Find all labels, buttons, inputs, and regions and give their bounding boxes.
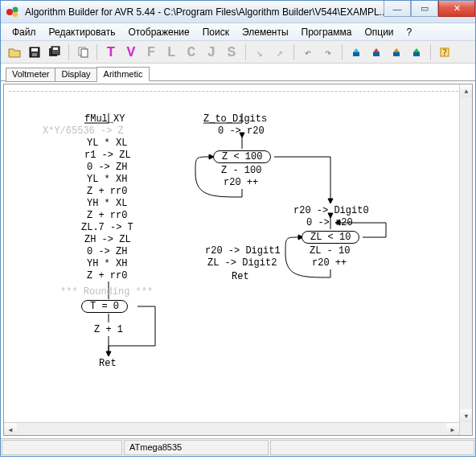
return-label: Ret xyxy=(232,271,249,283)
close-button[interactable]: ✕ xyxy=(438,1,475,17)
condition-z100: Z < 100 xyxy=(213,150,271,163)
menu-options[interactable]: Опции xyxy=(358,25,400,39)
vertical-scrollbar[interactable]: ▲ ▼ xyxy=(459,84,472,435)
toolbar: T V F L C J S ↘ ↗ ↶ ↷ ? xyxy=(1,41,475,64)
code-line: YH * XL xyxy=(87,198,127,210)
code-line: ZL - 10 xyxy=(310,245,350,257)
menu-bar: Файл Редактировать Отображение Поиск Эле… xyxy=(1,23,475,41)
letter-s[interactable]: S xyxy=(223,43,240,61)
svg-rect-8 xyxy=(53,47,58,50)
code-line: r20 ++ xyxy=(312,257,347,269)
app-window: Algorithm Builder for AVR 5.44 - C:\Prog… xyxy=(0,0,476,457)
comment-rounding: *** Rounding *** xyxy=(60,286,153,298)
menu-file[interactable]: Файл xyxy=(6,25,43,39)
algorithm-canvas[interactable]: fMul_XY X*Y/65536 -> Z YL * XL r1 -> ZL … xyxy=(3,84,473,436)
redo-icon[interactable]: ↷ xyxy=(319,43,337,61)
svg-rect-10 xyxy=(81,49,88,57)
tab-strip: Voltmeter Display Arithmetic xyxy=(1,64,475,80)
block-title-fmul: fMul_XY xyxy=(84,113,125,125)
letter-v[interactable]: V xyxy=(122,43,140,61)
menu-elements[interactable]: Элементы xyxy=(236,25,295,39)
window-controls: — ▭ ✕ xyxy=(384,1,475,17)
svg-rect-13 xyxy=(393,52,400,56)
svg-marker-22 xyxy=(106,351,111,356)
code-line: 0 -> ZH xyxy=(87,246,127,258)
code-line: Z - 100 xyxy=(221,165,261,177)
letter-c[interactable]: C xyxy=(183,43,200,61)
nav-next-icon[interactable]: ↗ xyxy=(271,43,289,61)
svg-rect-5 xyxy=(32,53,37,56)
code-line: r20 -> Digit1 xyxy=(205,245,281,257)
canvas-frame: fMul_XY X*Y/65536 -> Z YL * XL r1 -> ZL … xyxy=(1,80,475,438)
tab-arithmetic[interactable]: Arithmetic xyxy=(96,67,150,81)
code-line: 0 -> r20 xyxy=(306,217,353,229)
nav-prev-icon[interactable]: ↘ xyxy=(251,43,269,61)
letter-t[interactable]: T xyxy=(102,43,120,61)
svg-rect-4 xyxy=(31,48,38,51)
comment-formula: X*Y/65536 -> Z xyxy=(43,125,124,138)
code-line: r20 ++ xyxy=(224,177,258,189)
code-line: Z + rr0 xyxy=(87,270,127,282)
code-line: 0 -> r20 xyxy=(218,125,265,138)
code-line: r20 -> Digit0 xyxy=(293,205,369,217)
menu-help[interactable]: ? xyxy=(400,25,419,39)
letter-f[interactable]: F xyxy=(142,43,160,61)
letter-l[interactable]: L xyxy=(162,43,180,61)
tab-display[interactable]: Display xyxy=(55,68,96,82)
chip-icon-2[interactable] xyxy=(367,43,385,61)
undo-icon[interactable]: ↶ xyxy=(299,43,317,61)
condition-t: T = 0 xyxy=(81,300,128,313)
scroll-down-icon[interactable]: ▼ xyxy=(460,409,473,422)
svg-rect-11 xyxy=(353,52,359,56)
chip-icon-4[interactable] xyxy=(408,43,425,61)
open-icon[interactable] xyxy=(6,43,23,61)
code-line: ZL.7 -> T xyxy=(81,222,133,234)
app-icon xyxy=(6,5,20,19)
svg-text:?: ? xyxy=(442,48,447,57)
copy-icon[interactable] xyxy=(74,43,92,61)
status-chip: ATmega8535 xyxy=(124,440,269,455)
svg-point-2 xyxy=(13,12,18,17)
code-line: r1 -> ZL xyxy=(84,150,131,162)
svg-point-0 xyxy=(6,9,13,15)
chip-icon-1[interactable] xyxy=(347,43,365,61)
svg-marker-27 xyxy=(328,199,333,203)
scroll-up-icon[interactable]: ▲ xyxy=(460,84,473,97)
code-line: YL * XL xyxy=(87,138,127,150)
save-all-icon[interactable] xyxy=(46,43,64,61)
code-line: YL * XH xyxy=(87,174,127,186)
return-label: Ret xyxy=(99,358,117,370)
svg-rect-12 xyxy=(373,52,380,56)
code-line: ZL -> Digit2 xyxy=(207,257,277,269)
svg-point-1 xyxy=(13,6,18,12)
menu-view[interactable]: Отображение xyxy=(121,25,195,39)
code-line: Z + 1 xyxy=(94,324,123,336)
condition-zl10: ZL < 10 xyxy=(302,231,359,244)
menu-edit[interactable]: Редактировать xyxy=(43,25,122,39)
horizontal-scrollbar[interactable]: ◀ ▶ xyxy=(4,422,459,435)
chip-icon-3[interactable] xyxy=(388,43,405,61)
code-line: ZH -> ZL xyxy=(84,234,131,246)
menu-search[interactable]: Поиск xyxy=(196,25,236,39)
svg-rect-14 xyxy=(413,52,420,56)
code-line: 0 -> ZH xyxy=(87,162,127,174)
maximize-button[interactable]: ▭ xyxy=(411,1,438,17)
tab-voltmeter[interactable]: Voltmeter xyxy=(6,68,55,82)
status-bar: ATmega8535 xyxy=(1,438,475,456)
help-icon[interactable]: ? xyxy=(436,43,453,61)
block-title-ztodigits: Z_to_Digits xyxy=(203,113,267,125)
title-bar[interactable]: Algorithm Builder for AVR 5.44 - C:\Prog… xyxy=(1,1,475,23)
status-cell-3 xyxy=(270,440,474,455)
code-line: Z + rr0 xyxy=(87,186,127,198)
save-icon[interactable] xyxy=(26,43,43,61)
status-cell-1 xyxy=(2,440,122,455)
code-line: YH * XH xyxy=(87,258,127,270)
code-line: Z + rr0 xyxy=(87,210,127,222)
scroll-right-icon[interactable]: ▶ xyxy=(446,423,459,436)
menu-program[interactable]: Программа xyxy=(295,25,359,39)
letter-j[interactable]: J xyxy=(203,43,220,61)
scroll-left-icon[interactable]: ◀ xyxy=(4,423,17,436)
minimize-button[interactable]: — xyxy=(384,1,411,17)
page-separator xyxy=(9,91,462,92)
